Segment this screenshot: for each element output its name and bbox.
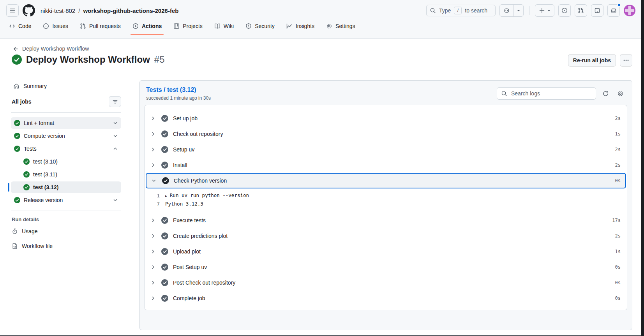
step-row-post-setup-uv[interactable]: Post Setup uv 0s bbox=[145, 259, 627, 275]
repo-nav-tabs: Code Issues Pull requests Actions Projec… bbox=[0, 17, 644, 35]
step-row-upload-plot[interactable]: Upload plot 1s bbox=[145, 244, 627, 259]
step-row-execute-tests[interactable]: Execute tests 17s bbox=[145, 213, 627, 228]
step-check-icon bbox=[161, 248, 168, 255]
workflow-back-link[interactable]: Deploy Workshop Workflow bbox=[13, 46, 89, 52]
user-avatar[interactable] bbox=[624, 5, 635, 16]
tab-insights[interactable]: Insights bbox=[281, 17, 320, 35]
step-check-icon bbox=[161, 130, 168, 137]
sidebar-job-test-311[interactable]: test (3.11) bbox=[11, 169, 121, 180]
chevron-right-icon bbox=[150, 218, 157, 223]
global-search-input[interactable]: Type / to search bbox=[426, 5, 496, 16]
job-status-subtitle: succeeded 1 minute ago in 30s bbox=[146, 95, 211, 101]
slash-key-hint: / bbox=[454, 7, 462, 14]
step-row-create-predictions-plot[interactable]: Create predictions plot 2s bbox=[145, 228, 627, 244]
pull-requests-header-button[interactable] bbox=[575, 4, 587, 17]
graph-icon bbox=[286, 23, 293, 29]
step-row-set-up-job[interactable]: Set up job 2s bbox=[145, 111, 627, 126]
hamburger-menu-button[interactable] bbox=[6, 4, 19, 17]
sidebar-job-compute-version[interactable]: Compute version bbox=[11, 130, 121, 142]
chevron-down-icon bbox=[113, 197, 118, 203]
step-duration: 2s bbox=[615, 162, 621, 168]
sidebar-job-lint-format[interactable]: Lint + format bbox=[11, 117, 121, 129]
chevron-right-icon bbox=[150, 147, 157, 152]
tab-issues[interactable]: Issues bbox=[37, 17, 74, 35]
step-name: Setup uv bbox=[173, 146, 194, 153]
plus-icon bbox=[539, 7, 545, 14]
sidebar-item-usage[interactable]: Usage bbox=[11, 225, 121, 237]
search-placeholder-post: to search bbox=[465, 7, 487, 14]
tab-actions[interactable]: Actions bbox=[127, 17, 168, 35]
sidebar-item-summary[interactable]: Summary bbox=[11, 80, 121, 92]
panel-header-button[interactable] bbox=[591, 4, 603, 17]
log-line-number[interactable]: 1 bbox=[146, 192, 160, 200]
screen-edge-right bbox=[641, 0, 644, 336]
refresh-icon bbox=[602, 90, 609, 97]
github-mark-icon bbox=[23, 4, 35, 17]
breadcrumb: nikki-test-802 / workshop-github-actions… bbox=[41, 7, 178, 14]
step-row-post-check-out-repository[interactable]: Post Check out repository 0s bbox=[145, 275, 627, 290]
global-header: nikki-test-802 / workshop-github-actions… bbox=[0, 0, 644, 39]
sidebar-item-workflow-file[interactable]: Workflow file bbox=[11, 240, 121, 252]
home-icon bbox=[13, 83, 19, 89]
copilot-dropdown-button[interactable] bbox=[514, 5, 523, 16]
step-row-install[interactable]: Install 2s bbox=[145, 157, 627, 173]
step-row-check-out-repository[interactable]: Check out repository 1s bbox=[145, 126, 627, 142]
tab-pull-requests[interactable]: Pull requests bbox=[74, 17, 127, 35]
log-line-group[interactable]: 1 ▶Run uv run python --version bbox=[146, 192, 627, 200]
play-icon bbox=[132, 23, 139, 29]
tab-code[interactable]: Code bbox=[3, 17, 37, 35]
job-label: test (3.10) bbox=[33, 158, 58, 165]
book-icon bbox=[214, 23, 221, 29]
search-logs-input[interactable] bbox=[510, 90, 592, 97]
avatar-identicon bbox=[624, 5, 635, 16]
step-name: Check Python version bbox=[174, 178, 227, 184]
step-row-check-python-version[interactable]: Check Python version 0s bbox=[146, 173, 626, 188]
step-row-setup-uv[interactable]: Setup uv 2s bbox=[145, 142, 627, 157]
git-pull-request-icon bbox=[578, 7, 584, 14]
tab-security[interactable]: Security bbox=[240, 17, 281, 35]
chevron-up-icon bbox=[113, 146, 118, 151]
rerun-all-jobs-button[interactable]: Re-run all jobs bbox=[568, 54, 616, 67]
log-line-number[interactable]: 7 bbox=[146, 200, 160, 208]
sidebar-job-release-version[interactable]: Release version bbox=[11, 194, 121, 206]
repo-name-link[interactable]: workshop-github-actions-2026-feb bbox=[83, 7, 178, 14]
inbox-header-button[interactable] bbox=[607, 4, 620, 17]
sidebar-job-test-310[interactable]: test (3.10) bbox=[11, 156, 121, 167]
chevron-right-icon bbox=[150, 233, 157, 239]
log-group-caret-icon: ▶ bbox=[165, 194, 167, 198]
issues-header-button[interactable] bbox=[558, 4, 571, 17]
unread-notification-dot bbox=[617, 3, 621, 7]
tab-projects[interactable]: Projects bbox=[168, 17, 208, 35]
tab-settings[interactable]: Settings bbox=[320, 17, 361, 35]
refresh-logs-button[interactable] bbox=[600, 88, 611, 99]
github-logo[interactable] bbox=[23, 4, 35, 17]
chevron-right-icon bbox=[150, 162, 157, 168]
step-name: Upload plot bbox=[173, 248, 201, 255]
chevron-right-icon bbox=[150, 280, 157, 285]
log-settings-button[interactable] bbox=[615, 88, 626, 99]
sidebar-divider bbox=[11, 112, 121, 113]
tab-label: Projects bbox=[183, 23, 203, 29]
step-row-complete-job[interactable]: Complete job 0s bbox=[145, 290, 627, 306]
create-new-button[interactable] bbox=[535, 4, 554, 17]
filter-jobs-button[interactable] bbox=[109, 96, 121, 107]
chevron-right-icon bbox=[150, 296, 157, 301]
job-label: Tests bbox=[24, 146, 37, 152]
tab-wiki[interactable]: Wiki bbox=[208, 17, 240, 35]
tab-label: Insights bbox=[296, 23, 314, 29]
run-options-button[interactable] bbox=[620, 54, 632, 67]
step-check-icon bbox=[161, 217, 168, 224]
tab-label: Pull requests bbox=[89, 23, 121, 29]
step-check-icon bbox=[161, 264, 168, 271]
step-name: Check out repository bbox=[173, 131, 223, 137]
copilot-button[interactable] bbox=[500, 5, 514, 16]
caret-down-icon bbox=[517, 9, 520, 12]
repo-owner-link[interactable]: nikki-test-802 bbox=[41, 7, 75, 14]
step-name: Install bbox=[173, 162, 187, 168]
sidebar-job-tests[interactable]: Tests bbox=[11, 143, 121, 155]
step-check-icon bbox=[161, 232, 168, 239]
search-icon bbox=[430, 7, 436, 14]
search-logs-box bbox=[497, 87, 596, 100]
tab-label: Settings bbox=[335, 23, 355, 29]
sidebar-job-test-312[interactable]: test (3.12) bbox=[11, 181, 121, 193]
